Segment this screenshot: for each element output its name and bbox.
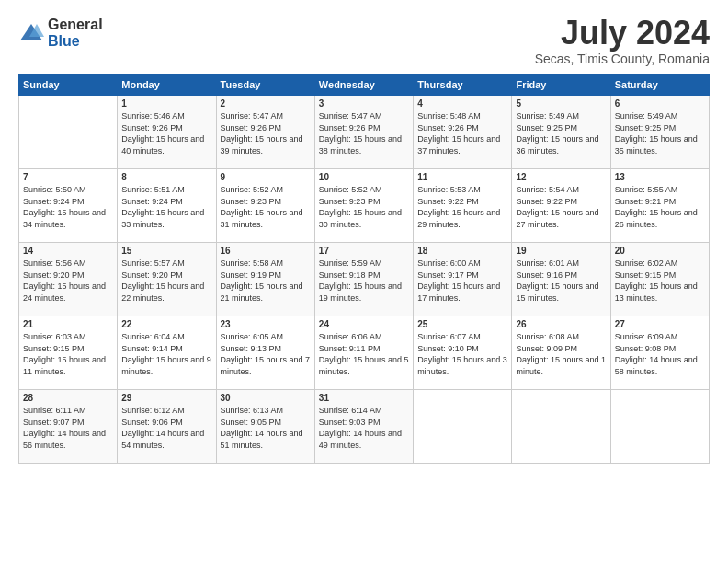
day-number: 30: [221, 393, 311, 403]
day-info: Sunrise: 5:55 AMSunset: 9:21 PMDaylight:…: [615, 184, 705, 230]
day-number: 17: [319, 246, 409, 256]
day-info: Sunrise: 6:07 AMSunset: 9:10 PMDaylight:…: [417, 331, 507, 377]
calendar-cell-w4-d5: 25 Sunrise: 6:07 AMSunset: 9:10 PMDaylig…: [414, 316, 512, 390]
day-info: Sunrise: 6:08 AMSunset: 9:09 PMDaylight:…: [516, 331, 606, 377]
calendar-cell-w1-d6: 5 Sunrise: 5:49 AMSunset: 9:25 PMDayligh…: [512, 96, 610, 169]
col-tuesday: Tuesday: [216, 75, 314, 96]
day-number: 2: [221, 98, 311, 109]
calendar-cell-w5-d5: [414, 390, 512, 464]
day-info: Sunrise: 6:09 AMSunset: 9:08 PMDaylight:…: [615, 331, 705, 377]
day-number: 10: [319, 172, 409, 182]
day-number: 16: [221, 246, 311, 256]
day-info: Sunrise: 6:01 AMSunset: 9:16 PMDaylight:…: [516, 258, 606, 304]
page: General Blue July 2024 Secas, Timis Coun…: [0, 0, 728, 563]
day-info: Sunrise: 5:52 AMSunset: 9:23 PMDaylight:…: [319, 184, 409, 230]
calendar-cell-w3-d3: 16 Sunrise: 5:58 AMSunset: 9:19 PMDaylig…: [216, 243, 314, 316]
day-info: Sunrise: 6:14 AMSunset: 9:03 PMDaylight:…: [319, 405, 409, 451]
calendar-cell-w4-d6: 26 Sunrise: 6:08 AMSunset: 9:09 PMDaylig…: [512, 316, 610, 390]
calendar-cell-w3-d1: 14 Sunrise: 5:56 AMSunset: 9:20 PMDaylig…: [19, 243, 118, 316]
day-info: Sunrise: 5:58 AMSunset: 9:19 PMDaylight:…: [221, 258, 311, 304]
day-number: 31: [319, 393, 409, 403]
day-number: 5: [516, 98, 606, 109]
logo-blue-text: Blue: [48, 33, 103, 50]
calendar-week-row-5: 28 Sunrise: 6:11 AMSunset: 9:07 PMDaylig…: [19, 390, 710, 464]
header: General Blue July 2024 Secas, Timis Coun…: [18, 17, 710, 66]
day-info: Sunrise: 6:04 AMSunset: 9:14 PMDaylight:…: [121, 331, 211, 377]
day-info: Sunrise: 5:49 AMSunset: 9:25 PMDaylight:…: [615, 110, 705, 156]
calendar-cell-w3-d5: 18 Sunrise: 6:00 AMSunset: 9:17 PMDaylig…: [414, 243, 512, 316]
calendar-cell-w3-d6: 19 Sunrise: 6:01 AMSunset: 9:16 PMDaylig…: [512, 243, 610, 316]
calendar-week-row-2: 7 Sunrise: 5:50 AMSunset: 9:24 PMDayligh…: [19, 169, 710, 243]
day-number: 6: [615, 98, 705, 109]
calendar-week-row-1: 1 Sunrise: 5:46 AMSunset: 9:26 PMDayligh…: [19, 96, 710, 169]
day-number: 9: [221, 172, 311, 182]
day-info: Sunrise: 5:46 AMSunset: 9:26 PMDaylight:…: [121, 110, 211, 156]
day-number: 14: [23, 246, 113, 256]
day-number: 1: [121, 98, 211, 109]
calendar-cell-w5-d6: [512, 390, 610, 464]
day-info: Sunrise: 5:52 AMSunset: 9:23 PMDaylight:…: [221, 184, 311, 230]
calendar-cell-w1-d2: 1 Sunrise: 5:46 AMSunset: 9:26 PMDayligh…: [118, 96, 216, 169]
day-info: Sunrise: 5:57 AMSunset: 9:20 PMDaylight:…: [121, 258, 211, 304]
calendar-cell-w3-d7: 20 Sunrise: 6:02 AMSunset: 9:15 PMDaylig…: [610, 243, 709, 316]
calendar-cell-w3-d2: 15 Sunrise: 5:57 AMSunset: 9:20 PMDaylig…: [118, 243, 216, 316]
day-number: 21: [23, 319, 113, 329]
day-number: 27: [615, 319, 705, 329]
day-number: 8: [121, 172, 211, 182]
calendar-cell-w1-d5: 4 Sunrise: 5:48 AMSunset: 9:26 PMDayligh…: [414, 96, 512, 169]
logo-text: General Blue: [48, 17, 103, 49]
day-info: Sunrise: 5:47 AMSunset: 9:26 PMDaylight:…: [221, 110, 311, 156]
day-number: 29: [121, 393, 211, 403]
calendar-cell-w2-d5: 11 Sunrise: 5:53 AMSunset: 9:22 PMDaylig…: [414, 169, 512, 243]
day-info: Sunrise: 5:51 AMSunset: 9:24 PMDaylight:…: [121, 184, 211, 230]
col-saturday: Saturday: [610, 75, 709, 96]
logo-general-text: General: [48, 17, 103, 33]
calendar-cell-w5-d3: 30 Sunrise: 6:13 AMSunset: 9:05 PMDaylig…: [216, 390, 314, 464]
logo: General Blue: [18, 17, 103, 49]
calendar-week-row-4: 21 Sunrise: 6:03 AMSunset: 9:15 PMDaylig…: [19, 316, 710, 390]
location-subtitle: Secas, Timis County, Romania: [535, 52, 710, 66]
day-info: Sunrise: 6:06 AMSunset: 9:11 PMDaylight:…: [319, 331, 409, 377]
day-number: 13: [615, 172, 705, 182]
day-info: Sunrise: 5:54 AMSunset: 9:22 PMDaylight:…: [516, 184, 606, 230]
day-info: Sunrise: 6:05 AMSunset: 9:13 PMDaylight:…: [221, 331, 311, 377]
calendar-cell-w3-d4: 17 Sunrise: 5:59 AMSunset: 9:18 PMDaylig…: [314, 243, 413, 316]
day-info: Sunrise: 5:48 AMSunset: 9:26 PMDaylight:…: [417, 110, 507, 156]
day-info: Sunrise: 5:50 AMSunset: 9:24 PMDaylight:…: [23, 184, 113, 230]
day-info: Sunrise: 6:03 AMSunset: 9:15 PMDaylight:…: [23, 331, 113, 377]
calendar-cell-w4-d3: 23 Sunrise: 6:05 AMSunset: 9:13 PMDaylig…: [216, 316, 314, 390]
day-number: 4: [417, 98, 507, 109]
calendar-cell-w2-d4: 10 Sunrise: 5:52 AMSunset: 9:23 PMDaylig…: [314, 169, 413, 243]
calendar-cell-w1-d3: 2 Sunrise: 5:47 AMSunset: 9:26 PMDayligh…: [216, 96, 314, 169]
calendar-cell-w2-d7: 13 Sunrise: 5:55 AMSunset: 9:21 PMDaylig…: [610, 169, 709, 243]
day-info: Sunrise: 5:47 AMSunset: 9:26 PMDaylight:…: [319, 110, 409, 156]
calendar-header-row: Sunday Monday Tuesday Wednesday Thursday…: [19, 75, 710, 96]
month-year-title: July 2024: [535, 17, 710, 50]
day-number: 28: [23, 393, 113, 403]
day-number: 3: [319, 98, 409, 109]
day-number: 20: [615, 246, 705, 256]
day-number: 18: [417, 246, 507, 256]
calendar-cell-w1-d7: 6 Sunrise: 5:49 AMSunset: 9:25 PMDayligh…: [610, 96, 709, 169]
col-sunday: Sunday: [19, 75, 118, 96]
col-monday: Monday: [118, 75, 216, 96]
col-wednesday: Wednesday: [314, 75, 413, 96]
calendar-cell-w1-d1: [19, 96, 118, 169]
day-info: Sunrise: 6:12 AMSunset: 9:06 PMDaylight:…: [121, 405, 211, 451]
col-thursday: Thursday: [414, 75, 512, 96]
calendar-cell-w5-d2: 29 Sunrise: 6:12 AMSunset: 9:06 PMDaylig…: [118, 390, 216, 464]
day-info: Sunrise: 6:11 AMSunset: 9:07 PMDaylight:…: [23, 405, 113, 451]
col-friday: Friday: [512, 75, 610, 96]
day-number: 23: [221, 319, 311, 329]
day-number: 11: [417, 172, 507, 182]
day-info: Sunrise: 5:56 AMSunset: 9:20 PMDaylight:…: [23, 258, 113, 304]
day-number: 19: [516, 246, 606, 256]
calendar-cell-w5-d4: 31 Sunrise: 6:14 AMSunset: 9:03 PMDaylig…: [314, 390, 413, 464]
day-number: 25: [417, 319, 507, 329]
day-info: Sunrise: 5:49 AMSunset: 9:25 PMDaylight:…: [516, 110, 606, 156]
day-info: Sunrise: 6:02 AMSunset: 9:15 PMDaylight:…: [615, 258, 705, 304]
calendar-cell-w4-d4: 24 Sunrise: 6:06 AMSunset: 9:11 PMDaylig…: [314, 316, 413, 390]
calendar-table: Sunday Monday Tuesday Wednesday Thursday…: [18, 74, 710, 464]
day-info: Sunrise: 5:59 AMSunset: 9:18 PMDaylight:…: [319, 258, 409, 304]
calendar-cell-w2-d1: 7 Sunrise: 5:50 AMSunset: 9:24 PMDayligh…: [19, 169, 118, 243]
